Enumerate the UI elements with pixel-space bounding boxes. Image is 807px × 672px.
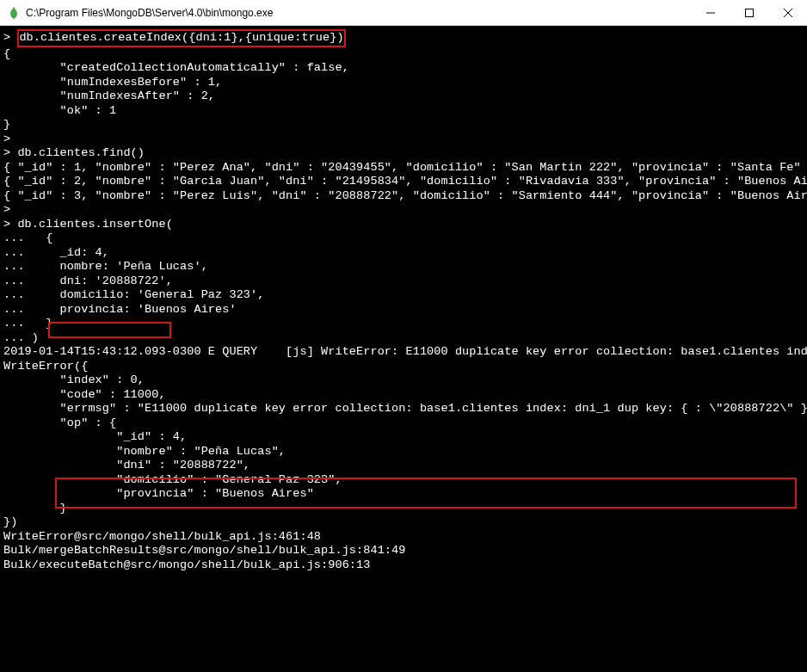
terminal-line: } <box>3 118 10 131</box>
close-button[interactable] <box>768 0 807 26</box>
terminal-line: { "_id" : 2, "nombre" : "Garcia Juan", "… <box>3 175 807 188</box>
terminal-line: WriteError@src/mongo/shell/bulk_api.js:4… <box>3 530 321 543</box>
terminal-line: "numIndexesBefore" : 1, <box>3 76 222 89</box>
terminal-line: "domicilio" : "General Paz 323", <box>3 473 342 486</box>
terminal-line: "code" : 11000, <box>3 388 166 401</box>
highlight-create-index: db.clientes.createIndex({dni:1},{unique:… <box>17 29 345 47</box>
terminal-line: { "_id" : 1, "nombre" : "Perez Ana", "dn… <box>3 161 807 174</box>
terminal-line: ... _id: 4, <box>3 246 109 259</box>
terminal-line: "_id" : 4, <box>3 430 187 443</box>
terminal-line: ... provincia: 'Buenos Aires' <box>3 303 237 316</box>
terminal-line: > <box>3 31 17 44</box>
svg-rect-1 <box>745 9 753 16</box>
terminal-line: "dni" : "20888722", <box>3 459 250 472</box>
terminal-line: Bulk/mergeBatchResults@src/mongo/shell/b… <box>3 544 405 557</box>
highlight-dni-value <box>48 322 171 338</box>
terminal-line: > <box>3 133 10 145</box>
terminal-line: "nombre" : "Peña Lucas", <box>3 445 286 458</box>
window-title: C:\Program Files\MongoDB\Server\4.0\bin\… <box>26 7 691 19</box>
terminal-line: "ok" : 1 <box>3 104 116 117</box>
terminal-line: ... ) <box>3 331 39 344</box>
terminal-line: { <box>3 47 10 60</box>
terminal-line: } <box>3 502 67 515</box>
terminal-line: ... { <box>3 231 52 244</box>
terminal-line: "numIndexesAfter" : 2, <box>3 89 215 102</box>
minimize-button[interactable] <box>691 0 730 26</box>
terminal-line: "provincia" : "Buenos Aires" <box>3 487 314 500</box>
terminal-line: ... } <box>3 317 52 330</box>
terminal-line: > db.clientes.insertOne( <box>3 218 173 231</box>
terminal-line: "index" : 0, <box>3 373 145 386</box>
mongo-leaf-icon <box>7 6 21 20</box>
terminal-line: 2019-01-14T15:43:12.093-0300 E QUERY [js… <box>3 345 807 358</box>
terminal-line: { "_id" : 3, "nombre" : "Perez Luis", "d… <box>3 189 807 202</box>
titlebar: C:\Program Files\MongoDB\Server\4.0\bin\… <box>0 0 807 26</box>
terminal-line: WriteError({ <box>3 360 88 373</box>
window-controls <box>691 0 807 26</box>
terminal-line: > <box>3 203 10 216</box>
terminal-line: }) <box>3 515 17 528</box>
terminal-line: ... dni: '20888722', <box>3 274 173 287</box>
terminal-line: "createdCollectionAutomatically" : false… <box>3 61 349 74</box>
terminal-line: > db.clientes.find() <box>3 146 145 159</box>
terminal[interactable]: > db.clientes.createIndex({dni:1},{uniqu… <box>0 26 807 672</box>
terminal-line: Bulk/executeBatch@src/mongo/shell/bulk_a… <box>3 558 370 571</box>
terminal-line: ... nombre: 'Peña Lucas', <box>3 260 208 273</box>
maximize-button[interactable] <box>730 0 768 26</box>
terminal-line: ... domicilio: 'General Paz 323', <box>3 288 264 301</box>
terminal-line: "errmsg" : "E11000 duplicate key error c… <box>3 402 807 415</box>
terminal-line: "op" : { <box>3 416 116 429</box>
